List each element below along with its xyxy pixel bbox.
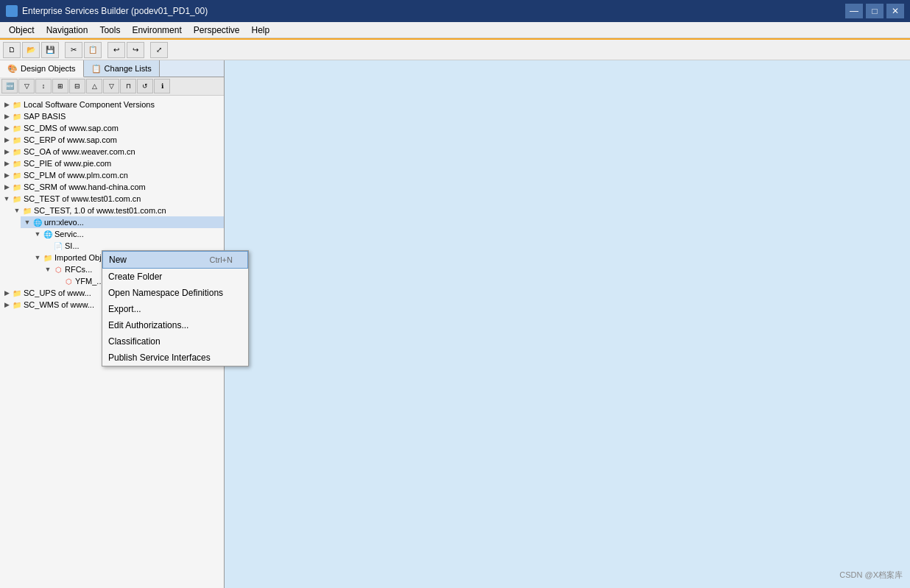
folder-icon: 📁	[43, 252, 53, 263]
tree-item-sc-dms[interactable]: ▶ 📁 SC_DMS of www.sap.com	[0, 122, 224, 134]
arrow-icon: ▶	[3, 136, 10, 144]
ctx-label-new: New	[109, 255, 127, 265]
tree-item-urn-xlevo[interactable]: ▼ 🌐 urn:xlevo...	[21, 216, 224, 228]
arrow-icon: ▼	[24, 219, 31, 226]
arrow-icon: ▶	[3, 289, 10, 297]
menu-perspective[interactable]: Perspective	[188, 24, 246, 37]
title-bar: Enterprise Services Builder (podev01_PD1…	[0, 0, 910, 22]
tree-item-sc-erp[interactable]: ▶ 📁 SC_ERP of www.sap.com	[0, 134, 224, 146]
folder-icon: 📁	[12, 123, 22, 133]
arrow-icon: ▶	[3, 113, 10, 120]
menu-navigation[interactable]: Navigation	[40, 24, 94, 37]
folder-icon: 📁	[12, 300, 22, 310]
tree-item-sc-oa[interactable]: ▶ 📁 SC_OA of www.weaver.com.cn	[0, 146, 224, 157]
ctx-shortcut-new: Ctrl+N	[210, 255, 233, 264]
ctx-item-create-folder[interactable]: Create Folder	[102, 269, 248, 285]
folder-icon: 📁	[12, 135, 22, 145]
tree-label: SC_PLM of www.plm.com.cn	[24, 171, 128, 180]
ctx-label-create-folder: Create Folder	[108, 272, 162, 282]
arrow-icon: ▼	[44, 266, 52, 273]
tree-label: RFCs...	[65, 265, 92, 274]
arrow-icon: ▼	[3, 195, 10, 202]
tree-label: SC_OA of www.weaver.com.cn	[24, 147, 135, 156]
tree-label: urn:xlevo...	[44, 218, 84, 227]
tb-btn-6[interactable]: ↩	[107, 42, 125, 58]
tree-item-service[interactable]: ▼ 🌐 Servic...	[31, 228, 224, 240]
folder-icon: 📁	[12, 170, 22, 180]
ctx-label-classification: Classification	[108, 336, 161, 347]
arrow-icon: ▶	[3, 160, 10, 167]
arrow-icon: ▼	[34, 254, 41, 261]
globe-icon: 🌐	[32, 217, 43, 227]
pt-btn-2[interactable]: ▽	[18, 79, 35, 93]
tab-design-objects[interactable]: 🎨 Design Objects	[0, 60, 84, 77]
right-panel	[225, 60, 910, 588]
close-button[interactable]: ✕	[886, 4, 904, 18]
doc-icon: 📄	[53, 241, 63, 251]
ctx-item-open-namespace[interactable]: Open Namespace Definitions	[102, 285, 248, 301]
tab-design-objects-label: Design Objects	[21, 64, 76, 73]
ctx-item-edit-auth[interactable]: Edit Authorizations...	[102, 317, 248, 333]
pt-btn-8[interactable]: ⊓	[120, 79, 136, 93]
tb-btn-8[interactable]: ⤢	[150, 42, 168, 58]
tree-item-sc-srm[interactable]: ▶ 📁 SC_SRM of www.hand-china.com	[0, 181, 224, 193]
pt-btn-3[interactable]: ↕	[35, 79, 52, 93]
pt-btn-5[interactable]: ⊟	[69, 79, 85, 93]
menu-environment[interactable]: Environment	[126, 24, 187, 37]
arrow-icon: ▶	[3, 171, 10, 179]
pt-btn-1[interactable]: 🆕	[1, 79, 18, 93]
ctx-item-new[interactable]: New Ctrl+N	[102, 251, 248, 269]
pt-btn-4[interactable]: ⊞	[52, 79, 68, 93]
ctx-item-publish[interactable]: Publish Service Interfaces	[102, 350, 248, 366]
tb-btn-3[interactable]: 💾	[41, 42, 59, 58]
arrow-icon: ▼	[13, 207, 21, 214]
tb-btn-1[interactable]: 🗋	[3, 42, 21, 58]
folder-icon: 📁	[12, 158, 22, 169]
folder-icon: 📁	[12, 99, 22, 110]
context-menu: New Ctrl+N Create Folder Open Namespace …	[102, 250, 249, 366]
ctx-label-publish: Publish Service Interfaces	[108, 353, 211, 363]
tree-label: Imported Obj...	[54, 253, 108, 262]
tree-label: SC_DMS of www.sap.com	[24, 124, 119, 132]
pt-btn-10[interactable]: ℹ	[154, 79, 170, 93]
folder-icon: 📁	[12, 146, 22, 157]
arrow-icon: ▶	[3, 124, 10, 132]
rfc-icon: ⬡	[53, 264, 63, 274]
tree-label: SAP BASIS	[24, 112, 66, 121]
pt-btn-7[interactable]: ▽	[103, 79, 119, 93]
tree-label: SC_WMS of www...	[24, 300, 94, 309]
tree-label: SC_TEST of www.test01.com.cn	[24, 194, 141, 203]
arrow-icon: ▶	[3, 148, 10, 155]
menu-tools[interactable]: Tools	[94, 24, 126, 37]
tb-btn-4[interactable]: ✂	[65, 42, 82, 58]
window-title: Enterprise Services Builder (podev01_PD1…	[22, 6, 208, 16]
arrow-icon: ▶	[3, 183, 10, 191]
tree-item-sc-plm[interactable]: ▶ 📁 SC_PLM of www.plm.com.cn	[0, 169, 224, 181]
ctx-item-export[interactable]: Export...	[102, 301, 248, 317]
ctx-item-classification[interactable]: Classification	[102, 333, 248, 350]
menu-help[interactable]: Help	[245, 24, 275, 37]
maximize-button[interactable]: □	[866, 4, 883, 18]
tb-btn-2[interactable]: 📂	[22, 42, 40, 58]
tree-label: SC_PIE of www.pie.com	[24, 159, 111, 168]
tree-item-sc-pie[interactable]: ▶ 📁 SC_PIE of www.pie.com	[0, 157, 224, 169]
arrow-icon	[54, 277, 62, 285]
ctx-label-edit-auth: Edit Authorizations...	[108, 320, 188, 330]
menu-object[interactable]: Object	[3, 24, 40, 37]
globe-icon: 🌐	[43, 229, 53, 239]
arrow-icon	[44, 242, 52, 249]
tb-btn-5[interactable]: 📋	[84, 42, 102, 58]
tree-item-local-scv[interactable]: ▶ 📁 Local Software Component Versions	[0, 99, 224, 110]
tab-change-lists-label: Change Lists	[105, 64, 152, 73]
tree-item-sap-basis[interactable]: ▶ 📁 SAP BASIS	[0, 110, 224, 122]
tree-label: SC_SRM of www.hand-china.com	[24, 183, 146, 191]
pt-btn-9[interactable]: ↺	[137, 79, 153, 93]
folder-icon: 📁	[12, 182, 22, 192]
tree-item-sc-test[interactable]: ▼ 📁 SC_TEST of www.test01.com.cn	[0, 193, 224, 205]
tree-item-sc-test-version[interactable]: ▼ 📁 SC_TEST, 1.0 of www.test01.com.cn	[10, 205, 224, 216]
tb-btn-7[interactable]: ↪	[127, 42, 144, 58]
menu-bar: Object Navigation Tools Environment Pers…	[0, 22, 910, 38]
minimize-button[interactable]: —	[845, 4, 863, 18]
pt-btn-6[interactable]: △	[86, 79, 102, 93]
tab-change-lists[interactable]: 📋 Change Lists	[84, 60, 160, 77]
